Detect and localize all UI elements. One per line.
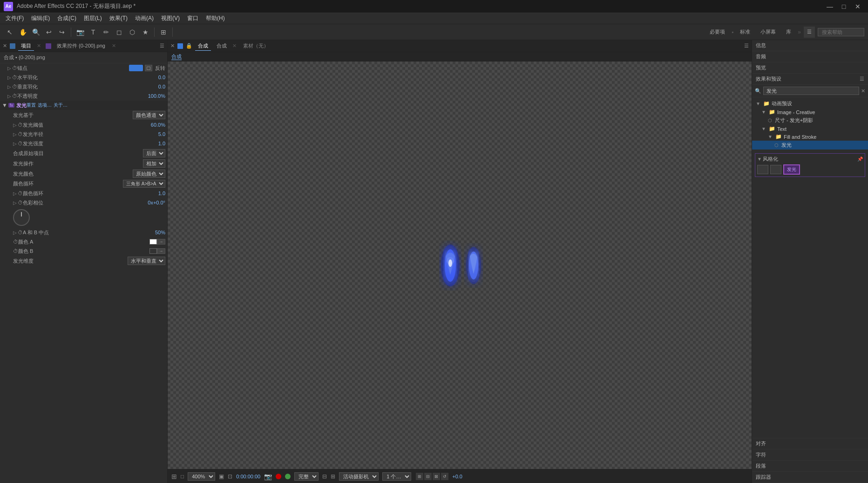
tree-item-fill-stroke[interactable]: ▼ 📁 Fill and Stroke <box>752 133 868 141</box>
prop-val-opacity[interactable]: 100.0% <box>148 93 165 99</box>
stopwatch-glow-radius[interactable]: ⏱ <box>18 131 23 137</box>
effects-search-input[interactable] <box>763 87 859 95</box>
tab-effect-controls[interactable]: 效果控件 {0-200}.png <box>54 41 108 50</box>
stopwatch-glow-intensity[interactable]: ⏱ <box>18 141 23 146</box>
workspace-library[interactable]: 库 <box>782 27 795 36</box>
color-a-arrow[interactable]: → <box>157 239 165 245</box>
prop-select-glow-dim[interactable]: 水平和垂直 <box>128 257 165 265</box>
color-a-swatch[interactable] <box>149 239 157 245</box>
prop-val-vfeather[interactable]: 0.0 <box>158 84 165 89</box>
tool-shape[interactable]: ◻ <box>113 26 125 38</box>
expand-animation-presets[interactable]: ▼ <box>756 101 761 106</box>
stopwatch-color-cycle2[interactable]: ⏱ <box>18 190 23 196</box>
effects-presets-menu[interactable]: ☰ <box>860 76 864 82</box>
section-paragraph-header[interactable]: 段落 <box>752 461 868 471</box>
tree-item-text[interactable]: ▼ 📁 Text <box>752 125 868 133</box>
stylize-pin[interactable]: 📌 <box>857 156 863 162</box>
maximize-button[interactable]: □ <box>837 2 850 11</box>
expand-fill-stroke[interactable]: ▼ <box>768 134 773 139</box>
views-select[interactable]: 1 个… <box>382 472 411 481</box>
footer-snap[interactable]: ⊡ <box>228 473 232 480</box>
expand-hfeather[interactable]: ▷ <box>7 75 12 80</box>
tool-undo[interactable]: ↩ <box>43 26 55 38</box>
view-btn2[interactable]: ⊟ <box>424 473 432 480</box>
section-align-header[interactable]: 对齐 <box>752 438 868 449</box>
viewer-lock[interactable]: 🔒 <box>186 43 192 49</box>
color-b-arrow[interactable]: → <box>157 248 165 254</box>
prop-select-glow-basis[interactable]: 颜色通道 <box>133 111 165 119</box>
menu-window[interactable]: 窗口 <box>183 14 202 23</box>
stylize-glow-item[interactable]: 发光 <box>783 164 800 175</box>
expand-glow-radius[interactable]: ▷ <box>13 132 18 137</box>
menu-edit[interactable]: 编辑(E) <box>27 14 54 23</box>
tree-item-animation-presets[interactable]: ▼ 📁 动画预设 <box>752 99 868 108</box>
tool-zoom[interactable]: 🔍 <box>30 26 42 38</box>
stylize-preset-1[interactable] <box>757 165 768 174</box>
tool-paint[interactable]: ⬡ <box>126 26 138 38</box>
glow-options-btn[interactable]: 选项… <box>38 102 52 109</box>
close-button[interactable]: ✕ <box>851 2 864 11</box>
comp-tab-active[interactable]: 合成 <box>171 54 182 60</box>
tool-star[interactable]: ★ <box>139 26 151 38</box>
glow-reset-btn[interactable]: 重置 <box>27 102 36 109</box>
expand-text[interactable]: ▼ <box>761 126 767 131</box>
stopwatch-hue-phase[interactable]: ⏱ <box>18 200 23 205</box>
tool-hand[interactable]: ✋ <box>17 26 29 38</box>
section-tracker-header[interactable]: 跟踪器 <box>752 472 868 483</box>
prop-select-color-cycle1[interactable]: 三角形 A>B>A <box>123 180 165 188</box>
tool-select[interactable]: ↖ <box>4 26 16 38</box>
expand-icon[interactable]: ▷ <box>7 66 12 71</box>
tool-text[interactable]: T <box>87 26 99 38</box>
menu-view[interactable]: 视图(V) <box>157 14 183 23</box>
expand-stylize[interactable]: ▼ <box>757 156 763 162</box>
stopwatch-ab-midpoint[interactable]: ⏱ <box>18 230 23 235</box>
stopwatch-opacity[interactable]: ⏱ <box>12 93 17 99</box>
view-btn4[interactable]: ↺ <box>441 473 448 480</box>
camera-select[interactable]: 活动摄影机 <box>339 472 379 481</box>
snapshot-btn[interactable]: 📷 <box>264 473 272 480</box>
view-btn3[interactable]: ⊠ <box>433 473 440 480</box>
tree-item-size-glow[interactable]: ⬡ 尺寸 - 发光+阴影 <box>752 116 868 125</box>
stopwatch-anchor[interactable]: ⏱ <box>12 65 17 71</box>
viewer-close[interactable]: ✕ <box>170 43 175 49</box>
menu-layer[interactable]: 图层(L) <box>80 14 106 23</box>
expand-ab-midpoint[interactable]: ▷ <box>13 230 18 235</box>
tree-item-glow[interactable]: ⬡ 发光 <box>752 141 868 150</box>
prop-select-glow-op[interactable]: 相加 <box>143 159 165 168</box>
panel-close-x[interactable]: ✕ <box>3 43 7 49</box>
section-info-header[interactable]: 信息 <box>752 40 868 51</box>
prop-val-hfeather[interactable]: 0.0 <box>158 75 165 80</box>
tool-camera[interactable]: 📷 <box>74 26 86 38</box>
source-tab[interactable]: 素材（无） <box>243 42 269 49</box>
menu-animation[interactable]: 动画(A) <box>131 14 157 23</box>
stopwatch-color-b[interactable]: ⏱ <box>13 248 18 254</box>
prop-val-ab-midpoint[interactable]: 50% <box>155 230 165 235</box>
expand-opacity[interactable]: ▷ <box>7 94 12 99</box>
viewer-menu[interactable]: ☰ <box>744 43 749 49</box>
glow-about-btn[interactable]: 关于… <box>54 102 68 109</box>
prop-select-composite[interactable]: 后面 <box>143 149 165 157</box>
tab-comp2[interactable]: 合成 <box>214 41 230 50</box>
stylize-preset-2[interactable] <box>770 165 781 174</box>
stopwatch-color-a[interactable]: ⏱ <box>13 239 18 245</box>
footer-icon2[interactable]: □ <box>181 473 184 480</box>
tool-redo[interactable]: ↪ <box>56 26 68 38</box>
menu-composition[interactable]: 合成(C) <box>54 14 80 23</box>
menu-help[interactable]: 帮助(H) <box>202 14 229 23</box>
section-audio-header[interactable]: 音频 <box>752 51 868 62</box>
menu-file[interactable]: 文件(F) <box>2 14 27 23</box>
prop-val-glow-intensity[interactable]: 1.0 <box>158 141 165 146</box>
expand-hue-phase[interactable]: ▷ <box>13 200 18 205</box>
footer-region[interactable]: ▣ <box>219 473 224 480</box>
footer-icon1[interactable]: ⊞ <box>171 473 177 480</box>
menu-effects[interactable]: 效果(T) <box>106 14 131 23</box>
section-preview-header[interactable]: 预览 <box>752 62 868 73</box>
help-search[interactable] <box>818 28 864 36</box>
expand-color-cycle2[interactable]: ▷ <box>13 191 18 196</box>
prop-val-hue-phase[interactable]: 0x+0.0° <box>148 200 165 205</box>
expand-glow-thresh[interactable]: ▷ <box>13 122 18 128</box>
view-btn1[interactable]: ⊞ <box>416 473 423 480</box>
panel-options[interactable]: ☰ <box>804 27 815 38</box>
quality-select[interactable]: 完整 <box>294 472 319 481</box>
hue-phase-dial[interactable] <box>13 209 30 226</box>
